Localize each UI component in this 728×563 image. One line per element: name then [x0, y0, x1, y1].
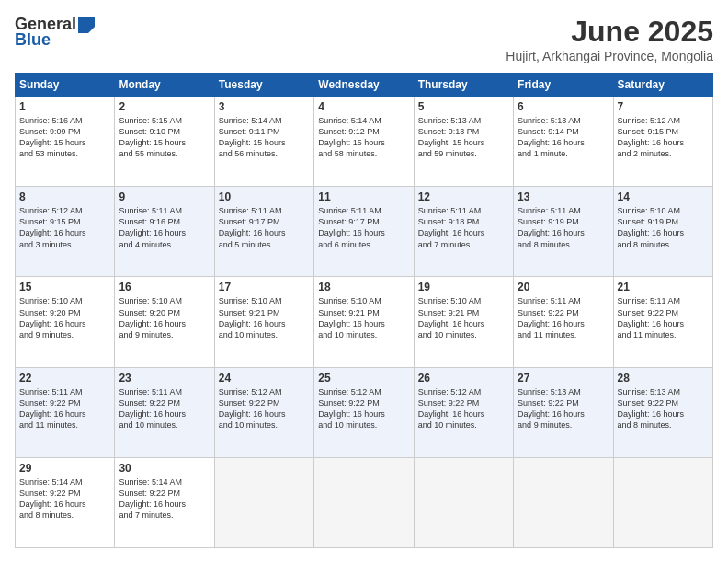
day-number: 8 [19, 190, 110, 203]
title-block: June 2025 Hujirt, Arkhangai Province, Mo… [506, 15, 713, 63]
table-cell: 21Sunrise: 5:11 AM Sunset: 9:22 PM Dayli… [613, 277, 712, 367]
table-cell [414, 457, 513, 547]
table-cell: 23Sunrise: 5:11 AM Sunset: 9:22 PM Dayli… [115, 367, 214, 457]
col-wednesday: Wednesday [314, 74, 414, 97]
day-number: 13 [518, 190, 609, 203]
day-info: Sunrise: 5:10 AM Sunset: 9:19 PM Dayligh… [618, 205, 709, 250]
col-saturday: Saturday [613, 74, 712, 97]
calendar-row: 1Sunrise: 5:16 AM Sunset: 9:09 PM Daylig… [16, 97, 713, 187]
day-info: Sunrise: 5:14 AM Sunset: 9:12 PM Dayligh… [318, 115, 409, 160]
table-cell [514, 457, 613, 547]
day-number: 1 [19, 100, 110, 113]
day-info: Sunrise: 5:13 AM Sunset: 9:14 PM Dayligh… [518, 115, 609, 160]
table-cell: 13Sunrise: 5:11 AM Sunset: 9:19 PM Dayli… [514, 187, 613, 277]
day-info: Sunrise: 5:11 AM Sunset: 9:16 PM Dayligh… [119, 205, 210, 250]
col-sunday: Sunday [16, 74, 115, 97]
day-info: Sunrise: 5:10 AM Sunset: 9:21 PM Dayligh… [318, 295, 409, 340]
day-info: Sunrise: 5:12 AM Sunset: 9:15 PM Dayligh… [618, 115, 709, 160]
day-number: 4 [318, 100, 409, 113]
day-number: 9 [119, 190, 210, 203]
table-cell: 12Sunrise: 5:11 AM Sunset: 9:18 PM Dayli… [414, 187, 513, 277]
table-cell: 1Sunrise: 5:16 AM Sunset: 9:09 PM Daylig… [16, 97, 115, 187]
day-number: 30 [119, 462, 210, 475]
page: General Blue June 2025 Hujirt, Arkhangai… [0, 0, 728, 563]
day-number: 6 [518, 100, 609, 113]
table-cell: 8Sunrise: 5:12 AM Sunset: 9:15 PM Daylig… [16, 187, 115, 277]
calendar-row: 8Sunrise: 5:12 AM Sunset: 9:15 PM Daylig… [16, 187, 713, 277]
header: General Blue June 2025 Hujirt, Arkhangai… [15, 15, 713, 63]
table-cell: 18Sunrise: 5:10 AM Sunset: 9:21 PM Dayli… [314, 277, 414, 367]
day-info: Sunrise: 5:11 AM Sunset: 9:22 PM Dayligh… [618, 295, 709, 340]
day-number: 27 [518, 372, 609, 385]
day-info: Sunrise: 5:10 AM Sunset: 9:20 PM Dayligh… [19, 295, 110, 340]
table-cell: 11Sunrise: 5:11 AM Sunset: 9:17 PM Dayli… [314, 187, 414, 277]
day-number: 28 [618, 372, 709, 385]
day-info: Sunrise: 5:13 AM Sunset: 9:13 PM Dayligh… [418, 115, 509, 160]
col-tuesday: Tuesday [214, 74, 313, 97]
day-number: 14 [618, 190, 709, 203]
col-friday: Friday [514, 74, 613, 97]
table-cell: 22Sunrise: 5:11 AM Sunset: 9:22 PM Dayli… [16, 367, 115, 457]
day-info: Sunrise: 5:11 AM Sunset: 9:17 PM Dayligh… [318, 205, 409, 250]
calendar-row: 22Sunrise: 5:11 AM Sunset: 9:22 PM Dayli… [16, 367, 713, 457]
table-cell [214, 457, 313, 547]
day-number: 3 [219, 100, 310, 113]
day-number: 10 [219, 190, 310, 203]
day-number: 23 [119, 372, 210, 385]
day-number: 5 [418, 100, 509, 113]
table-cell: 17Sunrise: 5:10 AM Sunset: 9:21 PM Dayli… [214, 277, 313, 367]
table-cell: 10Sunrise: 5:11 AM Sunset: 9:17 PM Dayli… [214, 187, 313, 277]
day-number: 11 [318, 190, 409, 203]
day-number: 18 [318, 281, 409, 293]
day-number: 19 [418, 281, 509, 293]
day-info: Sunrise: 5:15 AM Sunset: 9:10 PM Dayligh… [119, 115, 210, 160]
logo: General Blue [15, 15, 95, 50]
table-cell: 9Sunrise: 5:11 AM Sunset: 9:16 PM Daylig… [115, 187, 214, 277]
table-cell: 19Sunrise: 5:10 AM Sunset: 9:21 PM Dayli… [414, 277, 513, 367]
table-cell: 25Sunrise: 5:12 AM Sunset: 9:22 PM Dayli… [314, 367, 414, 457]
day-info: Sunrise: 5:12 AM Sunset: 9:22 PM Dayligh… [418, 386, 509, 431]
table-cell: 4Sunrise: 5:14 AM Sunset: 9:12 PM Daylig… [314, 97, 414, 187]
day-info: Sunrise: 5:13 AM Sunset: 9:22 PM Dayligh… [618, 386, 709, 431]
table-cell: 2Sunrise: 5:15 AM Sunset: 9:10 PM Daylig… [115, 97, 214, 187]
table-cell: 15Sunrise: 5:10 AM Sunset: 9:20 PM Dayli… [16, 277, 115, 367]
day-number: 29 [19, 462, 110, 475]
day-info: Sunrise: 5:11 AM Sunset: 9:22 PM Dayligh… [19, 386, 110, 431]
logo-icon [78, 17, 95, 33]
table-cell: 3Sunrise: 5:14 AM Sunset: 9:11 PM Daylig… [214, 97, 313, 187]
table-cell: 5Sunrise: 5:13 AM Sunset: 9:13 PM Daylig… [414, 97, 513, 187]
day-info: Sunrise: 5:10 AM Sunset: 9:21 PM Dayligh… [418, 295, 509, 340]
day-info: Sunrise: 5:11 AM Sunset: 9:22 PM Dayligh… [119, 386, 210, 431]
table-cell: 28Sunrise: 5:13 AM Sunset: 9:22 PM Dayli… [613, 367, 712, 457]
table-cell: 16Sunrise: 5:10 AM Sunset: 9:20 PM Dayli… [115, 277, 214, 367]
table-cell: 26Sunrise: 5:12 AM Sunset: 9:22 PM Dayli… [414, 367, 513, 457]
day-number: 7 [618, 100, 709, 113]
day-number: 20 [518, 281, 609, 293]
day-info: Sunrise: 5:12 AM Sunset: 9:15 PM Dayligh… [19, 205, 110, 250]
table-cell: 24Sunrise: 5:12 AM Sunset: 9:22 PM Dayli… [214, 367, 313, 457]
table-cell: 29Sunrise: 5:14 AM Sunset: 9:22 PM Dayli… [16, 457, 115, 547]
col-monday: Monday [115, 74, 214, 97]
calendar-subtitle: Hujirt, Arkhangai Province, Mongolia [506, 49, 713, 63]
table-cell: 20Sunrise: 5:11 AM Sunset: 9:22 PM Dayli… [514, 277, 613, 367]
day-number: 15 [19, 281, 110, 293]
day-info: Sunrise: 5:11 AM Sunset: 9:22 PM Dayligh… [518, 295, 609, 340]
table-cell: 27Sunrise: 5:13 AM Sunset: 9:22 PM Dayli… [514, 367, 613, 457]
table-cell [314, 457, 414, 547]
day-info: Sunrise: 5:11 AM Sunset: 9:17 PM Dayligh… [219, 205, 310, 250]
calendar-row: 15Sunrise: 5:10 AM Sunset: 9:20 PM Dayli… [16, 277, 713, 367]
calendar-title: June 2025 [506, 15, 713, 49]
day-info: Sunrise: 5:10 AM Sunset: 9:21 PM Dayligh… [219, 295, 310, 340]
calendar-row: 29Sunrise: 5:14 AM Sunset: 9:22 PM Dayli… [16, 457, 713, 547]
day-info: Sunrise: 5:14 AM Sunset: 9:22 PM Dayligh… [119, 477, 210, 522]
day-info: Sunrise: 5:16 AM Sunset: 9:09 PM Dayligh… [19, 115, 110, 160]
day-info: Sunrise: 5:11 AM Sunset: 9:18 PM Dayligh… [418, 205, 509, 250]
table-cell [613, 457, 712, 547]
day-number: 2 [119, 100, 210, 113]
day-info: Sunrise: 5:10 AM Sunset: 9:20 PM Dayligh… [119, 295, 210, 340]
day-info: Sunrise: 5:13 AM Sunset: 9:22 PM Dayligh… [518, 386, 609, 431]
day-number: 16 [119, 281, 210, 293]
svg-marker-0 [78, 17, 95, 33]
col-thursday: Thursday [414, 74, 513, 97]
table-cell: 7Sunrise: 5:12 AM Sunset: 9:15 PM Daylig… [613, 97, 712, 187]
